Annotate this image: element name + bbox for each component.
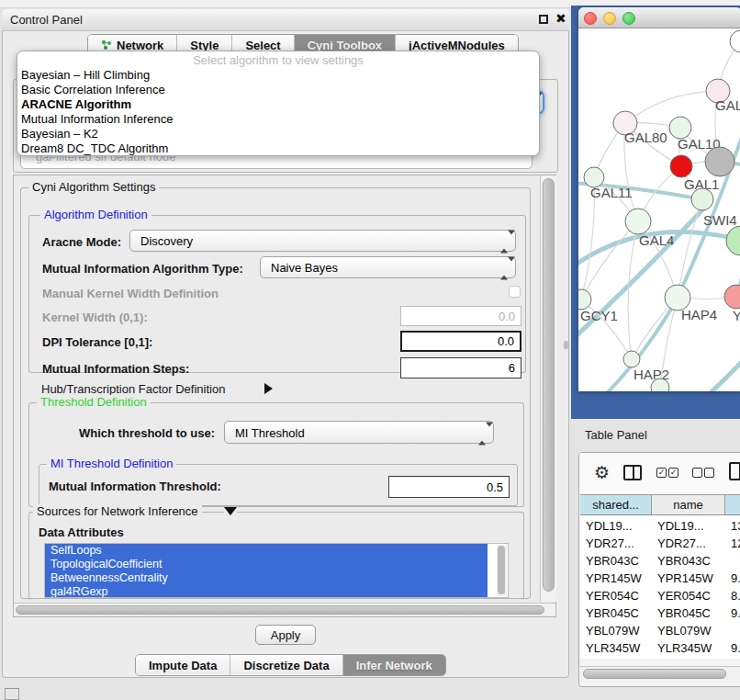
vertical-scrollbar[interactable] <box>540 175 556 602</box>
vertical-scrollbar-thumb[interactable] <box>543 178 555 592</box>
node-green-mid[interactable] <box>691 188 713 210</box>
data-attributes-list[interactable]: SelfLoopsTopologicalCoefficientBetweenne… <box>44 543 509 598</box>
table-row[interactable]: YDL19...YDL19...13 <box>580 517 740 535</box>
node-gal4[interactable] <box>625 209 651 234</box>
sources-title[interactable]: Sources for Network Inference <box>33 504 202 518</box>
data-attributes-label: Data Attributes <box>39 525 124 539</box>
table-cell: YBR043C <box>580 552 652 570</box>
dropdown-option[interactable]: ARACNE Algorithm <box>21 97 535 112</box>
table-cell: 12 <box>725 535 740 552</box>
table-cell <box>725 622 740 639</box>
apply-button[interactable]: Apply <box>255 625 316 645</box>
table-row[interactable]: YPR145WYPR145W9. <box>580 570 740 587</box>
table-row[interactable]: YLR345WYLR345W9. <box>580 639 740 657</box>
attribute-list-item-selected[interactable]: gal4RGexp <box>45 585 488 598</box>
attribute-list-item-selected[interactable]: TopologicalCoefficient <box>45 558 488 571</box>
attribute-list-item-selected[interactable]: SelfLoops <box>45 544 488 558</box>
network-edge[interactable] <box>628 221 638 359</box>
node-swi4[interactable] <box>726 226 740 255</box>
network-edge[interactable] <box>625 91 718 123</box>
node-y-partial[interactable] <box>724 285 740 309</box>
minimized-panel-icon[interactable] <box>5 688 19 700</box>
close-icon[interactable]: ✖ <box>555 11 566 26</box>
node-hap4-label: HAP4 <box>681 307 717 322</box>
table-cell: YBR045C <box>652 604 725 622</box>
horizontal-scrollbar[interactable] <box>14 603 555 615</box>
column-layout-icon[interactable] <box>623 465 642 480</box>
network-window[interactable]: GALGAL80GAL10GAL1GAL11GAL4SWI4GCY1HAP4YH… <box>578 7 740 391</box>
table-row[interactable]: YIL052CYIL052C9 <box>580 657 740 659</box>
node-swi4-label: SWI4 <box>703 212 737 228</box>
close-traffic-light-icon[interactable] <box>584 12 597 25</box>
list-scrollbar[interactable] <box>497 545 507 596</box>
algorithm-definition-title: Algorithm Definition <box>40 208 151 221</box>
which-threshold-combobox[interactable]: MI Threshold <box>224 421 494 444</box>
dpi-tolerance-value: 0.0 <box>498 334 514 348</box>
table-scrollbar-thumb[interactable] <box>583 669 726 679</box>
column-header-name[interactable]: name <box>652 495 725 515</box>
manual-kernel-checkbox[interactable] <box>509 286 521 298</box>
horizontal-scrollbar-thumb[interactable] <box>16 605 544 615</box>
network-window-titlebar[interactable] <box>578 7 740 28</box>
table-row[interactable]: YER054CYER054C8. <box>580 587 740 604</box>
tab-infer-network[interactable]: Infer Network <box>343 655 445 675</box>
table-cell: YLR345W <box>580 639 652 657</box>
network-icon <box>101 40 112 51</box>
dropdown-option[interactable]: Basic Correlation Inference <box>21 83 535 97</box>
node-partial-top[interactable] <box>730 30 740 52</box>
checked-box-icon: ✓ <box>656 468 667 478</box>
mi-threshold-definition-group: MI Threshold Definition Mutual Informati… <box>39 464 518 506</box>
list-scrollbar-thumb[interactable] <box>498 546 505 594</box>
panel-title: Control Panel <box>10 13 83 27</box>
dropdown-option[interactable]: Mutual Information Inference <box>21 112 535 127</box>
dpi-tolerance-input[interactable]: 0.0 <box>400 331 521 352</box>
table-cell: YDL19... <box>652 517 725 535</box>
mi-steps-input[interactable]: 6 <box>400 357 521 378</box>
kernel-width-input[interactable]: 0.0 <box>400 306 521 326</box>
dropdown-option[interactable]: Dream8 DC_TDC Algorithm <box>21 141 535 156</box>
tab-discretize-data[interactable]: Discretize Data <box>230 655 342 675</box>
table-panel: ⚙✓✓ shared...nameAYDL19...YDL19...13YDR2… <box>578 452 740 687</box>
table-row[interactable]: YDR27...YDR27...12 <box>580 535 740 552</box>
table-row[interactable]: YBL079WYBL079W <box>580 622 740 639</box>
zoom-traffic-light-icon[interactable] <box>622 12 635 25</box>
dropdown-option[interactable]: Bayesian – Hill Climbing <box>21 68 535 83</box>
table-horizontal-scrollbar[interactable] <box>580 666 740 681</box>
table-cell: 13 <box>725 517 740 535</box>
minimize-traffic-light-icon[interactable] <box>603 12 616 25</box>
dropdown-option[interactable]: Bayesian – K2 <box>21 127 535 141</box>
node-gal1[interactable] <box>670 155 692 177</box>
hub-definition-expander-label[interactable]: Hub/Transcription Factor Definition <box>41 382 225 396</box>
expander-expanded-icon[interactable] <box>224 507 237 515</box>
mi-threshold-value: 0.5 <box>487 480 503 494</box>
table-cell: YER054C <box>652 587 725 604</box>
gear-icon[interactable]: ⚙ <box>594 464 610 482</box>
mi-type-value: Naive Bayes <box>271 261 338 275</box>
node-hap2[interactable] <box>623 351 640 367</box>
mi-type-combobox[interactable]: Naive Bayes <box>260 256 516 278</box>
algorithm-dropdown-popup: Select algorithm to view settings Bayesi… <box>17 51 540 156</box>
mi-threshold-input[interactable]: 0.5 <box>388 476 510 498</box>
expander-collapsed-icon[interactable] <box>264 383 273 394</box>
column-header-shared[interactable]: shared... <box>580 495 652 515</box>
table-cell: YDL19... <box>580 517 652 535</box>
attribute-list-item-selected[interactable]: BetweennessCentrality <box>45 571 488 585</box>
table-row[interactable]: YBR045CYBR045C9. <box>580 604 740 622</box>
tab-impute-data[interactable]: Impute Data <box>136 655 230 675</box>
float-panel-icon[interactable] <box>539 15 548 24</box>
aracne-mode-combobox[interactable]: Discovery <box>129 230 516 252</box>
node-unlabeled-gray[interactable] <box>705 147 734 176</box>
stepper-arrows-icon <box>478 426 487 438</box>
network-canvas[interactable]: GALGAL80GAL10GAL1GAL11GAL4SWI4GCY1HAP4YH… <box>578 28 740 391</box>
unchecked-box-icon <box>704 468 714 478</box>
node-gal80-label: GAL80 <box>624 130 667 145</box>
table-row[interactable]: YBR043CYBR043C <box>580 552 740 570</box>
table-cell: YBL079W <box>580 622 652 639</box>
column-header-a[interactable]: A <box>725 495 740 515</box>
table-cell: 9 <box>725 657 740 659</box>
splitter-handle[interactable] <box>564 341 568 349</box>
page-icon[interactable] <box>729 462 740 480</box>
which-threshold-label: Which threshold to use: <box>79 426 215 440</box>
tab-label: Discretize Data <box>243 659 329 672</box>
network-edge-thick[interactable] <box>667 352 740 391</box>
